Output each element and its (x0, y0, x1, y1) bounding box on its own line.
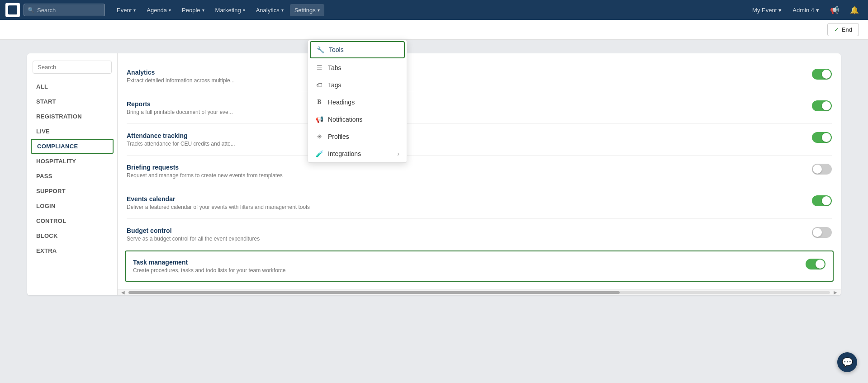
feature-title: Task management (133, 259, 285, 266)
main-content: ALL START REGISTRATION LIVE COMPLIANCE H… (0, 40, 868, 383)
feature-title: Reports (127, 100, 233, 108)
feature-desc: Serve as a budget control for all the ev… (127, 236, 260, 242)
sidebar-item-block[interactable]: BLOCK (27, 228, 117, 243)
feature-title: Budget control (127, 227, 260, 234)
chevron-down-icon: ▾ (202, 8, 204, 13)
search-icon: 🔍 (28, 7, 34, 13)
sidebar-item-extra[interactable]: EXTRA (27, 243, 117, 258)
global-search[interactable]: 🔍 Search (24, 4, 105, 16)
feature-row-calendar: Events calendar Deliver a featured calen… (127, 187, 832, 219)
scroll-track[interactable] (128, 291, 830, 294)
sidebar-search-input[interactable] (33, 61, 112, 74)
megaphone-icon: 📢 (315, 116, 323, 123)
sidebar-item-all[interactable]: ALL (27, 79, 117, 94)
nav-settings[interactable]: Settings ▾ (290, 4, 324, 16)
chevron-right-icon: › (397, 150, 399, 157)
feature-info: Events calendar Deliver a featured calen… (127, 195, 310, 210)
check-icon: ✓ (834, 26, 839, 33)
chevron-down-icon: ▾ (243, 8, 245, 13)
scroll-right-arrow[interactable]: ▶ (832, 290, 839, 295)
dropdown-item-tools[interactable]: 🔧 Tools (310, 41, 405, 58)
nav-right: My Event ▾ Admin 4 ▾ 📢 🔔 (749, 4, 863, 16)
feature-desc: Tracks attendance for CEU credits and at… (127, 141, 235, 147)
feature-toggle-reports[interactable] (812, 100, 832, 111)
scroll-thumb[interactable] (128, 291, 620, 294)
feature-info: Task management Create procedures, tasks… (133, 259, 285, 274)
secondary-bar: ✓ End (0, 20, 868, 40)
dropdown-item-profiles[interactable]: ✳ Profiles (308, 128, 407, 145)
tabs-icon: ☰ (315, 64, 323, 71)
feature-row-briefing: Briefing requests Request and manage for… (127, 156, 832, 187)
sidebar-item-registration[interactable]: REGISTRATION (27, 109, 117, 124)
feature-info: Analytics Extract detailed information a… (127, 69, 235, 84)
feature-title: Analytics (127, 69, 235, 76)
sidebar: ALL START REGISTRATION LIVE COMPLIANCE H… (27, 53, 118, 295)
sidebar-item-live[interactable]: LIVE (27, 124, 117, 139)
chevron-down-icon: ▾ (169, 8, 171, 13)
feature-desc: Bring a full printable document of your … (127, 109, 233, 115)
chat-bubble-button[interactable]: 💬 (837, 352, 857, 372)
horizontal-scrollbar[interactable]: ◀ ▶ (118, 289, 841, 295)
feature-row-analytics: Analytics Extract detailed information a… (127, 61, 832, 92)
sidebar-item-compliance[interactable]: COMPLIANCE (31, 139, 114, 154)
search-placeholder: Search (37, 7, 56, 14)
feature-title: Attendance tracking (127, 132, 235, 139)
chevron-down-icon: ▾ (778, 7, 782, 14)
wrench-icon: 🔧 (316, 46, 324, 53)
feature-row-reports: Reports Bring a full printable document … (127, 92, 832, 124)
feature-info: Briefing requests Request and manage for… (127, 164, 283, 179)
chevron-down-icon: ▾ (318, 8, 320, 13)
feature-toggle-briefing[interactable] (812, 164, 832, 175)
admin-button[interactable]: Admin 4 ▾ (789, 5, 823, 15)
dropdown-item-tags[interactable]: 🏷 Tags (308, 76, 407, 94)
top-navigation: 🔍 Search Event ▾ Agenda ▾ People ▾ Marke… (0, 0, 868, 20)
feature-toggle-calendar[interactable] (812, 195, 832, 206)
feature-info: Reports Bring a full printable document … (127, 100, 233, 115)
sidebar-item-hospitality[interactable]: HOSPITALITY (27, 154, 117, 169)
feature-info: Attendance tracking Tracks attendance fo… (127, 132, 235, 147)
end-button[interactable]: ✓ End (827, 23, 859, 36)
feature-toggle-attendance[interactable] (812, 132, 832, 143)
nav-people[interactable]: People ▾ (177, 4, 209, 16)
sidebar-item-start[interactable]: START (27, 94, 117, 109)
feature-toggle-task[interactable] (806, 259, 825, 270)
chevron-down-icon: ▾ (133, 8, 136, 13)
dropdown-item-tabs[interactable]: ☰ Tabs (308, 59, 407, 76)
sidebar-item-login[interactable]: LOGIN (27, 199, 117, 213)
feature-desc: Request and manage forms to create new e… (127, 172, 283, 179)
features-list: Analytics Extract detailed information a… (118, 53, 841, 289)
nav-agenda[interactable]: Agenda ▾ (142, 4, 175, 16)
feature-info: Budget control Serve as a budget control… (127, 227, 260, 242)
sidebar-item-control[interactable]: CONTROL (27, 213, 117, 228)
feature-title: Events calendar (127, 195, 310, 203)
feature-desc: Deliver a featured calendar of your even… (127, 204, 310, 210)
feature-toggle-analytics[interactable] (812, 69, 832, 80)
dropdown-item-notifications[interactable]: 📢 Notifications (308, 111, 407, 128)
feature-title: Briefing requests (127, 164, 283, 171)
nav-event[interactable]: Event ▾ (112, 4, 140, 16)
scroll-left-arrow[interactable]: ◀ (119, 290, 127, 295)
settings-dropdown-menu: 🔧 Tools ☰ Tabs 🏷 Tags B Headings 📢 Notif… (308, 40, 407, 163)
chat-icon: 💬 (842, 357, 853, 368)
settings-panel: ALL START REGISTRATION LIVE COMPLIANCE H… (27, 53, 841, 295)
bold-icon: B (315, 99, 323, 106)
feature-row-task: Task management Create procedures, tasks… (125, 251, 834, 282)
my-event-button[interactable]: My Event ▾ (749, 5, 785, 15)
dropdown-item-headings[interactable]: B Headings (308, 94, 407, 111)
feature-toggle-budget[interactable] (812, 227, 832, 238)
notifications-megaphone-button[interactable]: 📢 (826, 4, 843, 16)
feature-row-budget: Budget control Serve as a budget control… (127, 219, 832, 251)
flask-icon: 🧪 (315, 150, 323, 157)
feature-desc: Extract detailed information across mult… (127, 77, 235, 84)
sidebar-item-pass[interactable]: PASS (27, 169, 117, 184)
feature-row-attendance: Attendance tracking Tracks attendance fo… (127, 124, 832, 156)
profiles-icon: ✳ (315, 133, 323, 140)
nav-analytics[interactable]: Analytics ▾ (251, 4, 288, 16)
bell-icon-button[interactable]: 🔔 (846, 4, 863, 16)
app-logo[interactable] (5, 3, 20, 17)
nav-marketing[interactable]: Marketing ▾ (211, 4, 250, 16)
feature-desc: Create procedures, tasks and todo lists … (133, 267, 285, 274)
sidebar-item-support[interactable]: SUPPORT (27, 184, 117, 199)
nav-items: Event ▾ Agenda ▾ People ▾ Marketing ▾ An… (112, 4, 749, 16)
dropdown-item-integrations[interactable]: 🧪 Integrations › (308, 145, 407, 162)
